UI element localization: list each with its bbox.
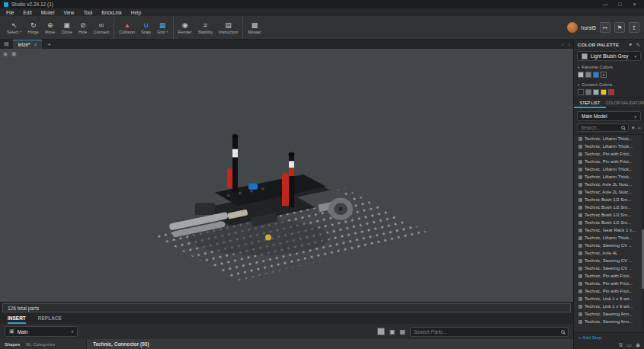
part-list-item[interactable]: Technic, Axle 2L Notc... [574,188,644,196]
menu-item[interactable]: BrickLink [97,10,126,15]
stability-icon: ≡ [203,21,207,29]
menu-item[interactable]: View [59,10,78,15]
menu-item[interactable]: File [2,10,18,15]
content-colors-section[interactable]: ▾ Content Colors [574,80,644,88]
color-dropdown[interactable]: Light Bluish Grey ▾ [577,51,641,61]
maximize-button[interactable]: □ [614,2,626,7]
mosaic-tool-button[interactable]: ▩ Mosaic [245,16,264,39]
eyedropper-icon[interactable]: ✎ [636,42,640,48]
collision-tool-button[interactable]: ▲ Collision [116,16,138,39]
reorder-steps-icon[interactable]: ⇅ [618,342,623,348]
monitor-icon[interactable]: ▭ [626,342,632,348]
viewport-canvas[interactable]: ◉ ▣ [0,49,573,302]
parts-search-input[interactable] [414,329,559,335]
part-list-item[interactable]: Technic, Pin with Frict... [574,272,644,280]
grid-caret-icon: ▾ [166,30,168,34]
image-icon[interactable]: ▣ [11,51,17,57]
tab-scroll-left-icon[interactable]: ‹ [560,42,565,47]
camera-icon[interactable]: ◉ [3,51,8,57]
snapshot-icon[interactable]: ◉ [636,342,640,348]
tab-insert[interactable]: INSERT [8,315,26,324]
minimize-button[interactable]: — [600,2,611,7]
instruction-tool-button[interactable]: ▤ Instruction [216,16,241,39]
signout-button[interactable]: ↦ [600,22,610,33]
tab-close-icon[interactable]: × [34,42,37,47]
part-list-item[interactable]: Technic, Link 1 x 6 wit... [574,303,644,310]
stability-tool-button[interactable]: ≡ Stability [195,16,216,39]
part-list-item[interactable]: Technic, Liftarm Thick... [574,142,644,150]
part-list-item[interactable]: Technic, Axle 2L Notc... [574,181,644,188]
part-list-item[interactable]: Technic, Gear Rack 1 x... [574,226,644,234]
part-list-item[interactable]: Technic Bush 1/2 Sm... [574,196,644,203]
tool-group-mosaic: ▩ Mosaic [243,16,265,39]
brick-view-icon[interactable]: ▣ [389,328,396,335]
tab-replace[interactable]: REPLACE [38,315,62,324]
grid-tool-button[interactable]: ▦ Grid▾ [154,16,171,39]
content-color-swatch[interactable] [608,89,614,95]
favorite-color-swatch[interactable] [593,72,599,78]
menu-item[interactable]: Edit [18,10,36,15]
part-list-item[interactable]: Technic, Axle 4L [574,249,644,257]
tab-shapes[interactable]: Shapes [5,342,20,347]
part-list-item[interactable]: Technic Bush 1/2 Sm... [574,203,644,211]
part-list-item[interactable]: Technic, Steering Arm... [574,310,644,318]
grid-view-icon[interactable]: ▦ [399,328,405,335]
select-tool-button[interactable]: ↖ Select▾ [4,16,25,39]
category-header[interactable]: Technic, Connector (93) [86,339,573,349]
model-select-dropdown[interactable]: ▣ Main ▾ [5,326,78,337]
flag-button[interactable]: ⚑ [614,22,625,33]
add-step-button[interactable]: + Add Step [574,332,644,341]
part-list-item[interactable]: Technic, Link 1 x 6 wit... [574,295,644,303]
content-color-swatch[interactable] [585,89,591,95]
render-tool-button[interactable]: ◉ Render [175,16,195,39]
part-list-item[interactable]: Technic Bush 1/2 Sm... [574,219,644,226]
part-list-item[interactable]: Technic, Liftarm Thick... [574,173,644,181]
menu-item[interactable]: Model [37,10,59,15]
new-tab-button[interactable]: + [43,41,55,48]
step-model-dropdown[interactable]: Main Model ▾ [577,111,641,121]
part-list-item[interactable]: Technic Bush 1/2 Sm... [574,211,644,219]
part-panel-tabs: INSERT REPLACE [0,314,573,324]
palette-filter-icon[interactable]: ▼ [628,42,633,47]
content-color-swatch[interactable] [601,89,607,95]
active-color-swatch[interactable] [377,328,385,335]
favorite-color-swatch[interactable] [585,72,591,78]
tab-color-validator[interactable]: COLOR VALIDATOR [606,98,644,108]
menu-item[interactable]: Help [127,10,146,15]
favorite-color-swatch[interactable] [578,72,584,78]
document-tab[interactable]: lelze* × [13,40,43,49]
panels-menu-icon[interactable]: ▤ [2,41,11,47]
move-tool-button[interactable]: ⊕ Move [42,16,58,39]
part-list-item[interactable]: Technic, Liftarm Thick... [574,135,644,142]
hinge-tool-button[interactable]: ↻ Hinge [25,16,42,39]
step-link-icon[interactable]: ∞ [638,126,641,130]
menu-item[interactable]: Tool [78,10,97,15]
part-list-item[interactable]: Technic, Steering CV ... [574,264,644,272]
clone-tool-button[interactable]: ▣ Clone [58,16,75,39]
favorite-colors-section[interactable]: ▾ Favorite Colors [574,62,644,70]
tab-bl-categories[interactable]: BL Categories [26,342,55,347]
content-color-swatch[interactable] [593,89,599,95]
hide-tool-button[interactable]: ⊘ Hide [75,16,91,39]
snap-tool-button[interactable]: ∪ Snap [138,16,154,39]
tab-scroll-right-icon[interactable]: › [567,42,572,47]
part-list-item[interactable]: Technic, Liftarm Thick... [574,234,644,242]
part-list-item[interactable]: Technic, Steering Arm... [574,318,644,325]
content-colors-row [574,88,644,98]
tab-step-list[interactable]: STEP LIST [574,98,606,108]
step-search-input[interactable] [581,125,619,130]
upload-button[interactable]: ↥ [629,22,639,33]
content-color-swatch[interactable] [578,89,584,95]
user-avatar[interactable] [567,22,578,33]
add-favorite-color-button[interactable]: + [601,72,607,78]
part-list-item[interactable]: Technic, Pin with Frict... [574,150,644,158]
step-filter-icon[interactable]: ▼ [631,126,636,130]
close-button[interactable]: × [629,2,640,7]
part-list-item[interactable]: Technic, Steering CV ... [574,242,644,249]
part-list-item[interactable]: Technic, Pin with Frict... [574,287,644,295]
connect-tool-button[interactable]: ∞ Connect [91,16,113,39]
part-list-item[interactable]: Technic, Pin with Frict... [574,280,644,287]
part-list-item[interactable]: Technic, Liftarm Thick... [574,165,644,173]
part-list-item[interactable]: Technic, Steering CV ... [574,257,644,264]
part-list-item[interactable]: Technic, Pin with Frict... [574,158,644,165]
